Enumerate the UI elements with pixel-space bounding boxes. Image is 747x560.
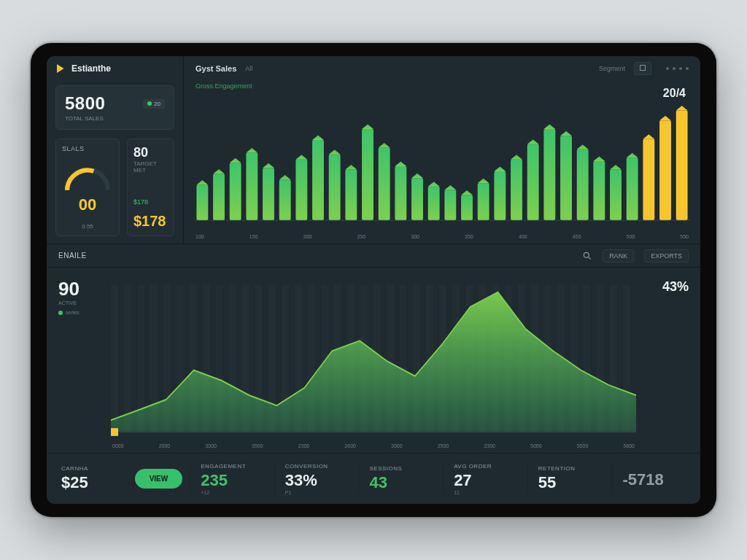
kpi-delta: -5718: [619, 464, 689, 494]
svg-rect-0: [196, 184, 208, 220]
svg-marker-35: [478, 179, 489, 183]
mid-toolbar: ENAILE RANK EXPORTS: [47, 244, 700, 268]
svg-marker-21: [362, 124, 374, 128]
svg-rect-63: [111, 284, 118, 432]
bar-chart: 20/4: [184, 94, 700, 233]
stat-label: TOTAL SALES: [65, 115, 165, 122]
kpi-avg-order: AVG ORDER 27 11: [451, 459, 520, 499]
svg-rect-36: [494, 171, 506, 220]
svg-marker-11: [279, 175, 291, 179]
kpi-value: 90: [58, 278, 102, 300]
kpi-sessions: SESSIONS 43: [366, 461, 436, 497]
main-chart-panel: Gyst Sales All Segment Gross Engagement …: [184, 56, 700, 244]
dashboard-screen: Estianthe 5800 20 TOTAL SALES SLALS: [47, 56, 700, 504]
svg-rect-42: [543, 129, 555, 220]
svg-rect-20: [362, 129, 374, 220]
chart-segment-label: Segment: [599, 65, 625, 72]
svg-rect-64: [124, 284, 131, 432]
exports-button[interactable]: EXPORTS: [644, 249, 689, 262]
kpi-carnha: CARNHA $25: [58, 461, 128, 497]
area-x-axis: 0000200030003500230026003000250023005000…: [47, 442, 700, 453]
svg-rect-26: [411, 178, 423, 220]
pct-right: 43%: [645, 275, 689, 442]
stat-chip: 20: [143, 99, 165, 109]
chart-menu-button[interactable]: [634, 62, 651, 75]
kpi-retention: RETENTION 55: [535, 461, 605, 497]
svg-rect-24: [395, 166, 406, 220]
chart-title: Gyst Sales: [196, 64, 236, 73]
svg-rect-54: [643, 139, 654, 220]
chart-subtitle: Gross Engagement: [184, 81, 700, 94]
svg-marker-13: [295, 155, 307, 159]
svg-rect-44: [560, 136, 572, 220]
svg-marker-1: [196, 180, 208, 184]
chart-header: Gyst Sales All Segment: [184, 56, 700, 81]
svg-rect-40: [527, 144, 539, 220]
tablet-frame: Estianthe 5800 20 TOTAL SALES SLALS: [31, 43, 716, 517]
svg-rect-34: [478, 183, 489, 220]
svg-rect-46: [577, 149, 589, 220]
stat-value: 5800: [65, 93, 105, 114]
svg-rect-14: [312, 140, 324, 220]
svg-line-62: [589, 257, 591, 259]
svg-rect-22: [379, 147, 390, 220]
svg-marker-17: [329, 149, 341, 154]
more-icon[interactable]: [666, 67, 689, 70]
bar-x-axis: 100150200250300350400450500550: [184, 233, 700, 244]
kpi-conversion: CONVERSION 33% P1: [282, 459, 352, 499]
area-chart: [111, 275, 636, 442]
svg-marker-51: [610, 165, 622, 169]
gauge-sub: 0.55: [62, 223, 113, 230]
chart-pill[interactable]: All: [245, 65, 252, 72]
stat-total-sales: 5800 20 TOTAL SALES: [55, 85, 174, 130]
svg-point-61: [584, 252, 589, 257]
rank-button[interactable]: RANK: [603, 249, 634, 262]
svg-rect-12: [295, 160, 307, 220]
view-button[interactable]: VIEW: [135, 469, 183, 489]
footer-kpis: CARNHA $25 VIEW ENGAGEMENT 235 +12 CONVE…: [47, 453, 700, 504]
svg-marker-23: [379, 143, 390, 147]
dot-icon: [147, 101, 152, 106]
sidebar: Estianthe 5800 20 TOTAL SALES SLALS: [47, 56, 184, 244]
target-green: $178: [133, 198, 168, 206]
svg-marker-29: [428, 182, 440, 186]
svg-marker-57: [659, 116, 671, 120]
top-section: Estianthe 5800 20 TOTAL SALES SLALS: [47, 56, 700, 244]
svg-marker-25: [395, 161, 406, 166]
svg-rect-8: [263, 168, 274, 220]
brand: Estianthe: [47, 56, 183, 81]
mini-label: SLALS: [62, 145, 113, 152]
svg-marker-45: [560, 131, 572, 136]
svg-marker-7: [246, 148, 258, 152]
svg-rect-28: [428, 187, 440, 220]
search-icon[interactable]: [582, 251, 592, 261]
bottom-section: 90 ACTIVE series 43% 0000200030003500230…: [47, 268, 700, 504]
year-badge: 20/4: [663, 87, 686, 100]
gauge-icon: [62, 164, 113, 193]
svg-marker-43: [543, 124, 555, 128]
svg-marker-41: [527, 139, 539, 144]
svg-rect-48: [593, 161, 605, 220]
mini-cards: SLALS 00 0.55 80 TARGET: [55, 139, 174, 236]
svg-marker-15: [312, 136, 324, 140]
svg-marker-55: [643, 134, 654, 139]
target-value: 80: [133, 145, 168, 160]
kpi-label: ACTIVE: [58, 300, 102, 306]
mid-label: ENAILE: [58, 252, 87, 260]
svg-marker-31: [444, 185, 456, 190]
target-main: $178: [133, 213, 168, 230]
legend-item: series: [58, 310, 102, 315]
svg-marker-3: [213, 169, 225, 174]
brand-logo-icon: [57, 64, 66, 73]
svg-marker-27: [411, 174, 423, 178]
mini-card-target: 80 TARGET MET $178 $178: [127, 139, 174, 236]
svg-marker-33: [461, 190, 473, 195]
brand-name: Estianthe: [71, 63, 111, 74]
svg-marker-59: [676, 106, 688, 110]
svg-marker-49: [593, 157, 605, 161]
svg-rect-104: [111, 428, 118, 436]
kpi-active: 90 ACTIVE series: [58, 275, 102, 442]
svg-rect-6: [246, 152, 258, 220]
svg-rect-50: [610, 170, 622, 221]
svg-rect-4: [230, 163, 241, 220]
